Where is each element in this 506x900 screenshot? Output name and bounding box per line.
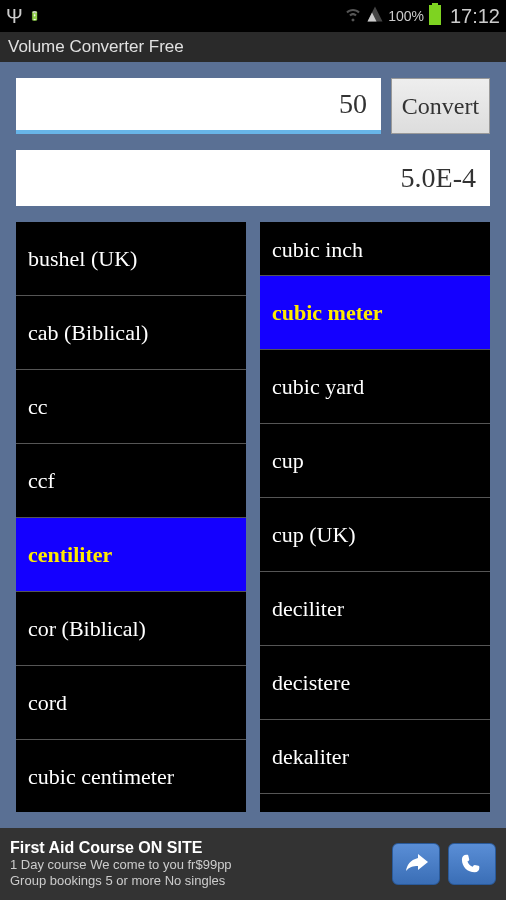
target-unit-item[interactable]: cup [260, 424, 490, 498]
wifi-icon [344, 5, 362, 28]
clock: 17:12 [450, 5, 500, 28]
target-unit-item[interactable]: cup (UK) [260, 498, 490, 572]
target-unit-list[interactable]: cubic inchcubic metercubic yardcupcup (U… [260, 222, 490, 812]
battery-percent: 100% [388, 8, 424, 24]
svg-rect-0 [432, 3, 438, 5]
source-unit-item[interactable]: ccf [16, 444, 246, 518]
convert-button[interactable]: Convert [391, 78, 490, 134]
input-row: Convert [16, 78, 490, 134]
target-unit-item[interactable]: cubic inch [260, 222, 490, 276]
app-title: Volume Converter Free [8, 37, 184, 57]
battery-icon [428, 3, 442, 30]
source-unit-list[interactable]: bushel (UK)cab (Biblical)ccccfcentiliter… [16, 222, 246, 812]
source-unit-item[interactable]: cor (Biblical) [16, 592, 246, 666]
value-input[interactable] [16, 78, 381, 134]
source-unit-item[interactable]: bushel (UK) [16, 222, 246, 296]
app-title-bar: Volume Converter Free [0, 32, 506, 62]
target-unit-item[interactable]: dekaliter [260, 720, 490, 794]
source-unit-item[interactable]: centiliter [16, 518, 246, 592]
source-unit-item[interactable]: cubic centimeter [16, 740, 246, 812]
content-area: Convert 5.0E-4 bushel (UK)cab (Biblical)… [0, 62, 506, 828]
ad-call-button[interactable] [448, 843, 496, 885]
signal-icon [366, 5, 384, 28]
usb-icon: Ψ [6, 5, 23, 28]
ad-line1: 1 Day course We come to you fr$99pp [10, 857, 384, 873]
unit-lists: bushel (UK)cab (Biblical)ccccfcentiliter… [16, 222, 490, 812]
result-output: 5.0E-4 [16, 150, 490, 206]
target-unit-item[interactable]: cubic meter [260, 276, 490, 350]
ad-share-button[interactable] [392, 843, 440, 885]
target-unit-item[interactable]: deciliter [260, 572, 490, 646]
ad-title: First Aid Course ON SITE [10, 839, 384, 857]
target-unit-item[interactable]: decistere [260, 646, 490, 720]
ad-line2: Group bookings 5 or more No singles [10, 873, 384, 889]
ad-banner[interactable]: First Aid Course ON SITE 1 Day course We… [0, 828, 506, 900]
svg-rect-1 [429, 5, 441, 25]
ad-text: First Aid Course ON SITE 1 Day course We… [10, 839, 384, 888]
target-unit-item[interactable]: cubic yard [260, 350, 490, 424]
source-unit-item[interactable]: cc [16, 370, 246, 444]
source-unit-item[interactable]: cord [16, 666, 246, 740]
status-bar: Ψ 🔋 100% 17:12 [0, 0, 506, 32]
source-unit-item[interactable]: cab (Biblical) [16, 296, 246, 370]
battery-saver-icon: 🔋 [29, 11, 40, 21]
